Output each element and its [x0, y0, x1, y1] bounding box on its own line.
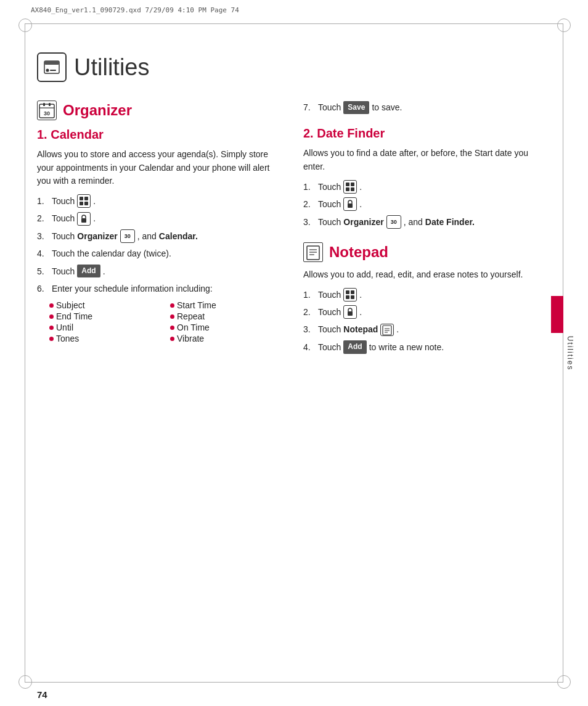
calendar-step-5: 5. Touch Add. — [37, 265, 285, 278]
schedule-item-until: Until — [49, 322, 164, 332]
bullet-dot — [170, 337, 174, 341]
notepad-title: Notepad — [329, 244, 388, 261]
save-button-label: Save — [343, 101, 369, 114]
bullet-dot — [49, 337, 54, 341]
notepad-small-icon — [380, 324, 394, 336]
svg-rect-1 — [44, 61, 59, 65]
two-column-layout: 30 Organizer 1. Calendar Allows you to s… — [37, 101, 551, 358]
calendar-step-6: 6. Enter your schedule information inclu… — [37, 282, 285, 295]
svg-rect-17 — [351, 187, 354, 191]
date-finder-step-3: 3. Touch Organizer 30, and Date Finder. — [303, 215, 551, 229]
crosshair-bl — [18, 675, 31, 688]
notepad-icon — [303, 242, 323, 262]
schedule-items: Subject Start Time End Time Repeat Until — [49, 300, 285, 343]
notepad-heading: Notepad — [303, 242, 551, 262]
svg-rect-10 — [84, 197, 88, 200]
svg-rect-23 — [346, 290, 349, 294]
calendar-title: 1. Calendar — [37, 128, 285, 142]
svg-rect-14 — [346, 183, 349, 186]
notepad-step-4: 4. Touch Add to write a new note. — [303, 340, 551, 354]
page-number: 74 — [37, 689, 47, 700]
notepad-step-2: 2. Touch . — [303, 305, 551, 319]
cal-icon-1: 30 — [120, 229, 135, 243]
svg-rect-18 — [348, 203, 353, 208]
file-info-header: AX840_Eng_ver1.1_090729.qxd 7/29/09 4:10… — [31, 6, 239, 14]
utilities-marker — [551, 296, 563, 333]
svg-rect-5 — [43, 103, 45, 106]
svg-rect-3 — [50, 70, 56, 71]
schedule-item-subject: Subject — [49, 300, 164, 310]
date-finder-description: Allows you to find a date after, or befo… — [303, 147, 551, 173]
notepad-icon-svg — [305, 244, 321, 260]
svg-rect-16 — [346, 187, 349, 191]
lock-icon-3 — [343, 305, 357, 319]
bullet-dot — [49, 303, 54, 308]
organizer-heading: 30 Organizer — [37, 101, 285, 120]
bullet-dot — [49, 314, 54, 319]
organizer-title: Organizer — [63, 102, 132, 119]
schedule-item-tones: Tones — [49, 334, 164, 343]
crosshair-br — [557, 675, 570, 688]
svg-rect-6 — [49, 103, 51, 106]
right-column: 7. Touch Save to save. 2. Date Finder Al… — [303, 101, 551, 358]
svg-rect-13 — [81, 218, 86, 223]
calendar-step-1: 1. Touch . — [37, 194, 285, 208]
page-border-top — [25, 23, 563, 24]
svg-rect-26 — [351, 295, 354, 299]
notepad-step-3: 3. Touch Notepad . — [303, 322, 551, 336]
svg-rect-12 — [84, 202, 88, 205]
date-finder-step-2: 2. Touch . — [303, 197, 551, 211]
svg-rect-9 — [80, 197, 83, 200]
lock-icon-2 — [343, 197, 357, 211]
calendar-step-4: 4. Touch the calendar day (twice). — [37, 247, 285, 260]
grid-icon-2 — [343, 180, 357, 194]
svg-rect-27 — [348, 311, 353, 316]
step-7: 7. Touch Save to save. — [303, 101, 551, 114]
bullet-dot — [170, 314, 174, 319]
add-button-label: Add — [77, 265, 100, 277]
date-finder-title: 2. Date Finder — [303, 126, 551, 141]
svg-point-2 — [46, 69, 49, 72]
svg-rect-25 — [346, 295, 349, 299]
bullet-dot — [49, 326, 54, 330]
main-content: Utilities 30 Organizer 1. Calen — [37, 34, 551, 672]
grid-icon-3 — [343, 288, 357, 302]
organizer-icon-svg: 30 — [38, 102, 55, 119]
calendar-step-2: 2. Touch . — [37, 211, 285, 225]
cal-icon-2: 30 — [386, 215, 401, 229]
notepad-step-1: 1. Touch . — [303, 288, 551, 302]
organizer-icon: 30 — [37, 101, 57, 120]
left-column: 30 Organizer 1. Calendar Allows you to s… — [37, 101, 285, 358]
svg-rect-11 — [80, 202, 83, 205]
date-finder-step-1: 1. Touch . — [303, 180, 551, 194]
bullet-dot — [170, 326, 174, 330]
svg-rect-19 — [307, 246, 319, 260]
side-label: Utilities — [566, 335, 575, 371]
page-border-bottom — [25, 682, 563, 683]
svg-rect-24 — [351, 290, 354, 294]
utilities-icon — [37, 52, 67, 82]
notepad-description: Allows you to add, read, edit, and erase… — [303, 268, 551, 282]
bullet-dot — [170, 303, 174, 308]
svg-text:30: 30 — [44, 110, 50, 117]
utilities-title: Utilities — [74, 54, 149, 81]
crosshair-tr — [557, 18, 570, 31]
page-border-right — [563, 23, 563, 683]
crosshair-tl — [18, 18, 31, 31]
page-border-left — [25, 23, 25, 683]
utilities-heading: Utilities — [37, 52, 551, 82]
calendar-step-3: 3. Touch Organizer 30, and Calendar. — [37, 229, 285, 243]
utilities-icon-svg — [42, 57, 62, 77]
lock-icon-1 — [77, 212, 91, 226]
schedule-item-on-time: On Time — [170, 322, 285, 332]
calendar-description: Allows you to store and access your agen… — [37, 148, 285, 188]
svg-rect-15 — [351, 183, 354, 186]
schedule-item-start-time: Start Time — [170, 300, 285, 310]
add-button-notepad-label: Add — [343, 340, 366, 353]
schedule-item-end-time: End Time — [49, 311, 164, 321]
grid-icon-1 — [77, 194, 91, 208]
schedule-item-vibrate: Vibrate — [170, 334, 285, 343]
schedule-item-repeat: Repeat — [170, 311, 285, 321]
